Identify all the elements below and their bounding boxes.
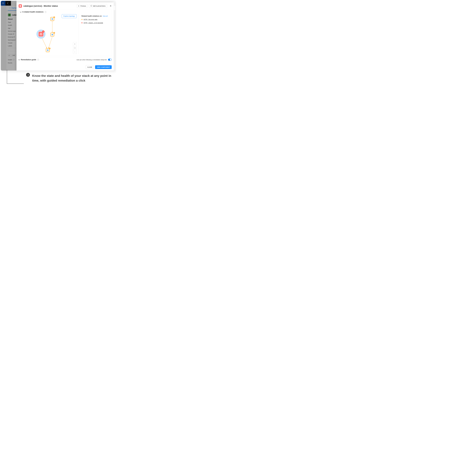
topology-graph: 1 1 [20, 14, 79, 55]
violations-title: 6 related health violations [22, 11, 44, 13]
chevron-left-icon [9, 55, 10, 56]
related-violations-title: Related health violations on [82, 15, 102, 17]
screenshot-frame: Highlights catal About Type Health Age S… [1, 1, 115, 71]
chevron-left-icon [78, 5, 80, 7]
view-component-button[interactable]: VIEW COMPONENT [95, 65, 112, 69]
previous-button[interactable]: Previous [77, 4, 87, 8]
auto-pin-label: Auto pin when following a remediation de… [77, 59, 107, 61]
button-label: Previous [81, 5, 86, 7]
violation-link[interactable]: HTTP - respon...e 3.0 seconds [84, 22, 103, 24]
panel-header: catalogue (service) - Monitor status Pre… [17, 2, 114, 10]
chevron-down-icon[interactable] [18, 59, 20, 60]
svg-text:2: 2 [43, 31, 44, 32]
zoom-controls: + - [73, 42, 77, 54]
time-range-selector[interactable]: Last [11, 54, 16, 57]
remediation-title: Remediation guide [21, 59, 36, 61]
marketing-caption: Know the state and health of your stack … [32, 73, 112, 83]
entity-type-icon [8, 13, 11, 17]
close-button[interactable]: CLOSE [86, 65, 94, 69]
zoom-out-button[interactable]: - [73, 50, 77, 54]
service-icon [18, 4, 22, 8]
arrow-left-icon [7, 2, 9, 4]
panel-footer: CLOSE VIEW COMPONENT [17, 64, 114, 70]
svg-point-27 [48, 50, 48, 51]
highlights-icon [9, 7, 11, 9]
svg-point-17 [40, 33, 41, 34]
violation-item[interactable]: HTTP - respon...e 3.0 seconds [82, 22, 110, 24]
help-icon[interactable]: ? [37, 59, 39, 61]
status-dot-deviating-icon [82, 19, 83, 20]
view-all-link[interactable]: View all [103, 15, 107, 17]
pin-icon [90, 5, 92, 7]
remediation-section: Remediation guide ? Auto pin when follow… [17, 57, 114, 62]
panel-title: catalogue (service) - Monitor status [23, 5, 58, 7]
zoom-fit-button[interactable] [73, 46, 77, 50]
topology-canvas[interactable]: Explore topology [20, 14, 79, 54]
svg-text:1: 1 [54, 32, 54, 34]
caption-row: Know the state and health of your stack … [6, 73, 112, 85]
back-button[interactable] [5, 1, 11, 6]
connector-line [6, 73, 24, 85]
monitor-status-panel: catalogue (service) - Monitor status Pre… [17, 2, 114, 70]
violations-side-list: Related health violations on View all HT… [79, 14, 110, 54]
svg-point-6 [52, 19, 52, 19]
entity-title: catal [12, 14, 17, 16]
violation-item[interactable]: HTTP - 5xx error ratio [82, 19, 110, 20]
violation-link[interactable]: HTTP - 5xx error ratio [84, 19, 97, 20]
arrow-circle-icon [26, 73, 30, 77]
add-to-pinned-button[interactable]: Add to pinned items [89, 4, 107, 8]
violations-section: 6 related health violations ? Explore to… [18, 10, 112, 56]
svg-line-2 [49, 37, 52, 48]
auto-pin-toggle[interactable] [108, 59, 112, 61]
status-dot-critical-icon [82, 22, 83, 23]
hamburger-icon [2, 3, 4, 3]
help-icon[interactable]: ? [13, 59, 15, 61]
fit-screen-icon [74, 47, 75, 49]
help-icon[interactable]: ? [45, 11, 46, 13]
button-label: Add to pinned items [93, 5, 105, 7]
time-prev-button[interactable] [8, 54, 11, 57]
close-button[interactable]: ✕ [108, 4, 112, 8]
svg-text:2: 2 [49, 48, 50, 49]
chevron-down-icon[interactable] [20, 11, 22, 13]
zoom-in-button[interactable]: + [73, 42, 77, 46]
svg-text:1: 1 [54, 17, 54, 18]
chevron-right-icon [27, 74, 29, 76]
hamburger-button[interactable] [1, 1, 5, 6]
